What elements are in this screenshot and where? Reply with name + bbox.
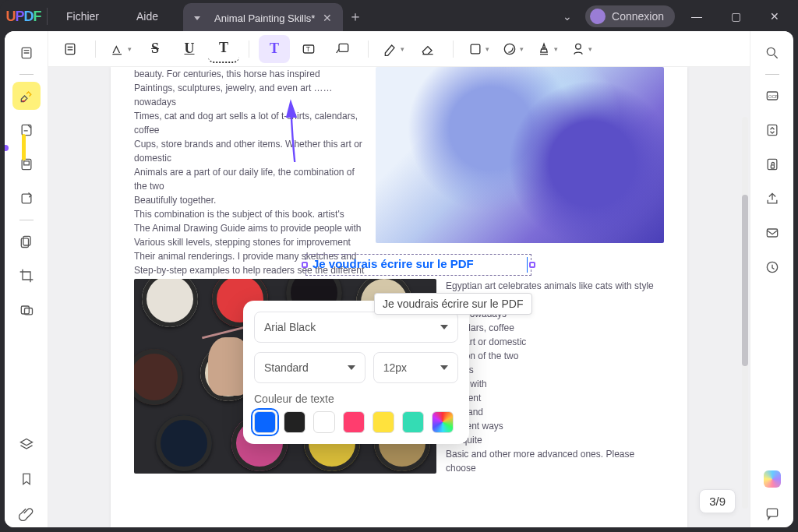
window-maximize[interactable]: ▢: [719, 0, 753, 33]
convert-icon[interactable]: [758, 116, 786, 144]
left-sidebar: [5, 31, 48, 527]
svg-rect-20: [471, 44, 480, 54]
callout-tool[interactable]: [327, 35, 358, 63]
highlight-tool[interactable]: [105, 35, 136, 63]
right-sidebar: OCR: [750, 31, 793, 527]
font-size-select[interactable]: 12px: [373, 352, 458, 383]
pencil-tool[interactable]: [378, 35, 409, 63]
svg-text:OCR: OCR: [768, 94, 779, 99]
text-caret: [527, 257, 528, 273]
text-tool[interactable]: T: [259, 35, 290, 63]
tab-menu-icon[interactable]: [194, 16, 200, 20]
svg-rect-32: [767, 509, 777, 516]
svg-point-22: [576, 44, 581, 49]
attach-icon[interactable]: [12, 499, 41, 527]
comment-icon[interactable]: [758, 499, 786, 527]
tooltip: Je voudrais écrire sur le PDF: [374, 293, 532, 315]
svg-rect-18: [339, 44, 348, 51]
sticker-tool[interactable]: [497, 35, 528, 63]
text-annotation-box[interactable]: Je voudrais écrire sur le PDF: [305, 254, 531, 276]
color-swatch[interactable]: [343, 411, 365, 433]
squiggly-tool[interactable]: T: [208, 35, 239, 63]
avatar-icon: [590, 9, 606, 24]
protect-icon[interactable]: [758, 150, 786, 178]
eraser-tool[interactable]: [412, 35, 443, 63]
color-swatch[interactable]: [313, 411, 335, 433]
text-style-popover: Arial Black Standard 12px Couleur de tex…: [243, 301, 469, 444]
shape-tool[interactable]: [463, 35, 494, 63]
color-swatch[interactable]: [254, 411, 276, 433]
page-indicator[interactable]: 3/9: [699, 489, 736, 513]
svg-rect-7: [22, 194, 31, 203]
tab-document[interactable]: Animal Painting Skills* ✕: [183, 3, 343, 33]
underline-tool[interactable]: U: [174, 35, 205, 63]
menu-help[interactable]: Aide: [118, 0, 177, 33]
window-close[interactable]: ✕: [757, 0, 792, 33]
search-icon[interactable]: [758, 39, 786, 67]
ai-icon[interactable]: [758, 465, 786, 493]
resize-handle-right[interactable]: [529, 262, 535, 268]
pages-icon[interactable]: [12, 227, 41, 255]
svg-rect-29: [771, 165, 774, 168]
resize-handle-left[interactable]: [302, 262, 308, 268]
ribbon-icon[interactable]: [12, 465, 41, 493]
layers-icon[interactable]: [12, 431, 41, 459]
dropdown-icon: [348, 365, 355, 370]
dropdown-icon: [440, 365, 448, 370]
annotation-text[interactable]: Je voudrais écrire sur le PDF: [306, 255, 531, 273]
tab-close-icon[interactable]: ✕: [323, 12, 332, 24]
edit-page-icon[interactable]: [12, 185, 41, 213]
svg-point-23: [767, 48, 775, 55]
stamp-tool[interactable]: [531, 35, 563, 63]
watermark-icon[interactable]: [12, 296, 41, 324]
svg-rect-10: [21, 306, 29, 314]
login-label: Connexion: [612, 10, 664, 23]
ocr-icon[interactable]: OCR: [758, 82, 786, 110]
new-tab-button[interactable]: ＋: [343, 0, 368, 33]
font-value: Arial Black: [264, 321, 316, 333]
svg-rect-30: [767, 229, 777, 237]
annotation-toolbar: S U T T T: [48, 31, 750, 67]
share-icon[interactable]: [758, 185, 786, 213]
font-style-select[interactable]: Standard: [254, 352, 365, 383]
app-logo: UPDF: [0, 0, 47, 33]
highlighter-icon[interactable]: [12, 82, 41, 110]
dropdown-icon: [440, 325, 448, 329]
tab-title: Animal Painting Skills*: [214, 12, 315, 24]
style-value: Standard: [264, 361, 309, 374]
scroll-thumb[interactable]: [742, 195, 748, 366]
menu-file[interactable]: Fichier: [48, 0, 118, 33]
svg-line-24: [774, 55, 777, 58]
email-icon[interactable]: [758, 219, 786, 247]
svg-rect-8: [23, 236, 30, 245]
login-button[interactable]: Connexion: [585, 5, 675, 27]
color-swatch[interactable]: [373, 411, 394, 433]
strikethrough-tool[interactable]: S: [139, 35, 171, 63]
font-select[interactable]: Arial Black: [254, 312, 458, 343]
color-swatch[interactable]: [402, 411, 424, 433]
color-label: Couleur de texte: [254, 393, 458, 405]
color-swatch[interactable]: [432, 411, 454, 433]
save-icon[interactable]: [758, 253, 786, 281]
page-view-icon[interactable]: [55, 35, 86, 63]
bookmark-icon[interactable]: [12, 150, 41, 178]
svg-text:T: T: [306, 45, 310, 53]
size-value: 12px: [383, 361, 407, 374]
svg-point-21: [504, 44, 514, 54]
svg-rect-6: [23, 161, 29, 165]
chevron-down-icon[interactable]: ⌄: [554, 0, 581, 33]
watercolor-image: [376, 67, 664, 243]
scrollbar[interactable]: [742, 117, 748, 509]
color-swatch[interactable]: [284, 411, 305, 433]
text-box-tool[interactable]: T: [293, 35, 324, 63]
window-minimize[interactable]: —: [680, 0, 714, 33]
signature-tool[interactable]: [566, 35, 597, 63]
svg-rect-9: [21, 238, 28, 248]
color-swatches: [254, 411, 458, 433]
svg-rect-12: [65, 44, 75, 54]
crop-icon[interactable]: [12, 262, 41, 290]
thumbnail-icon[interactable]: [12, 39, 41, 67]
active-indicator: [22, 134, 26, 160]
note-icon[interactable]: [12, 116, 41, 144]
